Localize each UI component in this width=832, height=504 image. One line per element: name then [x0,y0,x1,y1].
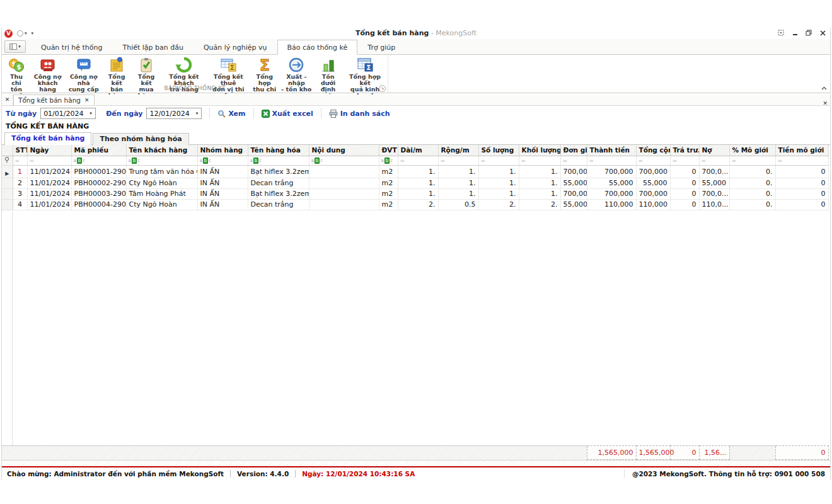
column-filter-cell[interactable]: abc [126,156,197,165]
grid-cell[interactable]: m2 [379,178,398,188]
column-filter-cell[interactable]: = [519,156,560,165]
grid-cell[interactable]: 700,000 [636,165,670,178]
grid-cell[interactable]: 700,000 [560,188,587,199]
column-header[interactable]: Thành tiền [587,145,636,156]
column-filter-cell[interactable]: = [775,156,828,165]
grid-cell[interactable]: 700,0... [699,165,729,178]
document-tab-sales-summary[interactable]: Tổng kết bán hàng ✕ [13,94,95,105]
column-filter-cell[interactable]: = [699,156,729,165]
grid-cell[interactable]: 1. [398,188,438,199]
grid-cell[interactable]: 1. [438,188,478,199]
grid-row[interactable]: ▶111/01/2024PBH00001-290...Trung tâm văn… [2,165,828,178]
grid-cell[interactable]: 2. [478,199,519,210]
grid-cell[interactable] [309,178,379,188]
grid-cell[interactable]: m2 [379,188,398,199]
chevron-down-icon[interactable]: ▾ [86,108,95,118]
close-tab-icon[interactable]: ✕ [84,98,90,103]
column-header[interactable]: Dài/m [398,145,438,156]
column-filter-cell[interactable]: = [560,156,587,165]
grid-cell[interactable]: 0 [670,199,699,210]
grid-cell[interactable]: 0 [775,178,828,188]
grid-cell[interactable]: 0. [729,165,775,178]
report-tab[interactable]: Theo nhóm hàng hóa [93,133,188,145]
grid-cell[interactable]: 110,000 [636,199,670,210]
column-filter-cell[interactable]: abc [197,156,248,165]
column-header[interactable]: Đơn giá [560,145,587,156]
column-header[interactable]: Nội dung [309,145,379,156]
filter-pin-icon[interactable] [2,156,13,165]
ribbon-tab[interactable]: Quản trị hệ thống [31,40,112,55]
grid-cell[interactable]: Cty Ngô Hoàn [126,199,197,210]
grid-cell[interactable] [309,165,379,178]
grid-cell[interactable]: 55,000 [636,178,670,188]
ribbon-tab[interactable]: Quản lý nghiệp vụ [194,40,277,55]
grid-cell[interactable]: 700,000 [560,165,587,178]
grid-cell[interactable]: IN ẤN [197,178,248,188]
grid-cell[interactable]: 0 [775,199,828,210]
column-header[interactable]: Tiền mô giới [775,145,828,156]
restore-button[interactable] [805,29,812,37]
column-header[interactable]: Rộng/m [438,145,478,156]
from-date-picker[interactable]: ▾ [40,108,96,119]
dialog-launcher-icon[interactable]: ↘ [379,85,386,92]
grid-cell[interactable]: 1. [519,178,560,188]
column-header[interactable]: Nhóm hàng [197,145,248,156]
column-filter-cell[interactable]: = [636,156,670,165]
grid-cell[interactable]: 700,000 [636,188,670,199]
column-header[interactable]: Nợ [699,145,729,156]
grid-cell[interactable]: PBH00002-290... [71,178,126,188]
grid-cell[interactable]: 1. [398,165,438,178]
grid-cell[interactable]: 2. [398,199,438,210]
grid-cell[interactable]: 0 [670,188,699,199]
grid-cell[interactable]: 1. [398,178,438,188]
grid-cell[interactable]: 700,0... [699,188,729,199]
grid-cell[interactable]: 4 [13,199,27,210]
grid-cell[interactable]: IN ẤN [197,165,248,178]
column-filter-cell[interactable]: = [27,156,71,165]
grid-cell[interactable]: 700,000 [587,188,636,199]
grid-cell[interactable]: 700,000 [587,165,636,178]
view-button[interactable]: Xem [217,110,245,118]
column-filter-cell[interactable]: = [438,156,478,165]
to-date-input[interactable] [147,110,192,118]
column-filter-cell[interactable]: = [398,156,438,165]
close-all-tabs-button[interactable]: ✕ [2,94,13,105]
to-date-picker[interactable]: ▾ [146,108,202,119]
grid-cell[interactable]: 55,000 [699,178,729,188]
grid-cell[interactable]: 0 [775,165,828,178]
grid-cell[interactable]: 110,0... [699,199,729,210]
grid-cell[interactable]: 11/01/2024 [27,165,71,178]
grid-cell[interactable]: 1. [438,165,478,178]
print-list-button[interactable]: In danh sách [329,110,390,118]
ribbon-collapse-button[interactable] [820,85,828,91]
ribbon-tab[interactable]: Báo cáo thống kê [277,40,358,55]
grid-cell[interactable]: 1. [478,178,519,188]
grid-cell[interactable]: 1 [13,165,27,178]
close-document-button[interactable]: ✕ [823,96,828,108]
column-filter-cell[interactable]: = [729,156,775,165]
column-header[interactable]: Tổng cộng [636,145,670,156]
grid-cell[interactable]: PBH00001-290... [71,165,126,178]
grid-cell[interactable]: IN ẤN [197,199,248,210]
grid-cell[interactable]: 11/01/2024 [27,178,71,188]
grid-cell[interactable]: 11/01/2024 [27,199,71,210]
grid-row[interactable]: 311/01/2024PBH00003-290...Tâm Hoàng Phát… [2,188,828,199]
grid-cell[interactable]: 1. [519,165,560,178]
column-header[interactable]: Số lượng [478,145,519,156]
column-filter-cell[interactable]: = [478,156,519,165]
chevron-down-icon[interactable]: ▾ [192,108,201,118]
column-header[interactable]: % Mô giới [729,145,775,156]
grid-cell[interactable]: 2 [13,178,27,188]
column-filter-cell[interactable]: abc [71,156,126,165]
grid-cell[interactable]: Cty Ngô Hoàn [126,178,197,188]
grid-cell[interactable]: IN ẤN [197,188,248,199]
column-header[interactable]: STT [13,145,27,156]
report-tab[interactable]: Tổng kết bán hàng [4,132,91,145]
grid-cell[interactable]: 110,000 [587,199,636,210]
grid-cell[interactable]: Decan trắng [248,199,309,210]
column-filter-cell[interactable]: abc [379,156,398,165]
grid-cell[interactable]: m2 [379,199,398,210]
grid-cell[interactable]: 11/01/2024 [27,188,71,199]
grid-cell[interactable]: 1. [438,178,478,188]
grid-cell[interactable]: 0. [729,188,775,199]
